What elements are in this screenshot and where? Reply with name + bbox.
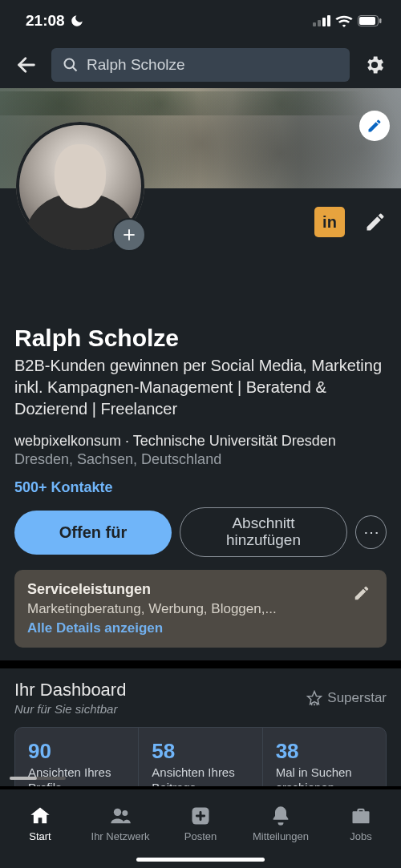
home-indicator[interactable] [136, 858, 265, 862]
linkedin-badge[interactable]: in [314, 207, 345, 237]
svg-rect-6 [379, 18, 382, 23]
post-icon [189, 805, 212, 827]
services-title: Serviceleistungen [27, 581, 350, 598]
home-icon [29, 805, 51, 827]
svg-point-17 [122, 810, 128, 816]
profile-avatar[interactable] [16, 122, 144, 250]
battery-icon [358, 15, 382, 26]
add-avatar-button[interactable] [112, 218, 146, 252]
edit-cover-button[interactable] [359, 111, 390, 141]
search-value: Ralph Scholze [87, 56, 185, 74]
tab-network[interactable]: Ihr Netzwerk [80, 789, 160, 857]
svg-rect-1 [318, 20, 321, 26]
edit-services-button[interactable] [350, 581, 374, 605]
svg-rect-5 [359, 17, 375, 25]
add-section-button[interactable]: Abschnitt hinzufügen [180, 507, 347, 557]
services-card[interactable]: Serviceleistungen Marketingberatung, Wer… [14, 570, 387, 648]
superstar-badge[interactable]: Superstar [306, 690, 387, 706]
edit-profile-button[interactable] [364, 211, 387, 233]
location: Dresden, Sachsen, Deutschland [14, 451, 387, 468]
svg-point-8 [65, 59, 75, 69]
section-divider [0, 660, 401, 668]
more-button[interactable]: ⋯ [355, 515, 387, 549]
tab-post[interactable]: Posten [160, 789, 241, 857]
open-to-button[interactable]: Offen für [14, 511, 172, 555]
svg-rect-3 [327, 15, 330, 26]
back-button[interactable] [11, 50, 42, 80]
svg-point-16 [114, 808, 121, 815]
star-icon [306, 690, 322, 706]
horizontal-scrollbar[interactable] [10, 777, 66, 780]
svg-rect-2 [322, 18, 326, 26]
settings-button[interactable] [359, 50, 390, 80]
company-education: webpixelkonsum · Technische Universität … [14, 433, 387, 450]
profile-headline: B2B-Kunden gewinnen per Social Media, Ma… [14, 355, 387, 420]
tab-home[interactable]: Start [0, 789, 80, 857]
search-icon [63, 57, 79, 73]
search-input[interactable]: Ralph Scholze [51, 48, 350, 82]
profile-name: Ralph Scholze [14, 325, 387, 352]
top-nav: Ralph Scholze [0, 42, 401, 88]
services-description: Marketingberatung, Werbung, Bloggen,... [27, 601, 316, 617]
dnd-moon-icon [70, 14, 84, 28]
briefcase-icon [350, 805, 372, 827]
services-details-link[interactable]: Alle Details anzeigen [27, 620, 350, 636]
bottom-tab-bar: Start Ihr Netzwerk Posten Mitteilungen J… [0, 786, 401, 868]
dashboard-title: Ihr Dashboard [14, 680, 126, 700]
dashboard-subtitle: Nur für Sie sichtbar [14, 702, 126, 716]
status-time: 21:08 [26, 12, 65, 30]
svg-marker-12 [308, 691, 322, 704]
wifi-icon [335, 14, 353, 27]
network-icon [109, 805, 132, 827]
bell-icon [269, 805, 292, 827]
svg-line-9 [73, 67, 77, 71]
tab-notifications[interactable]: Mitteilungen [241, 789, 321, 857]
status-bar: 21:08 [0, 0, 401, 42]
tab-jobs[interactable]: Jobs [321, 789, 401, 857]
svg-rect-0 [313, 22, 316, 26]
connections-link[interactable]: 500+ Kontakte [14, 479, 387, 496]
cell-signal-icon [313, 15, 330, 26]
